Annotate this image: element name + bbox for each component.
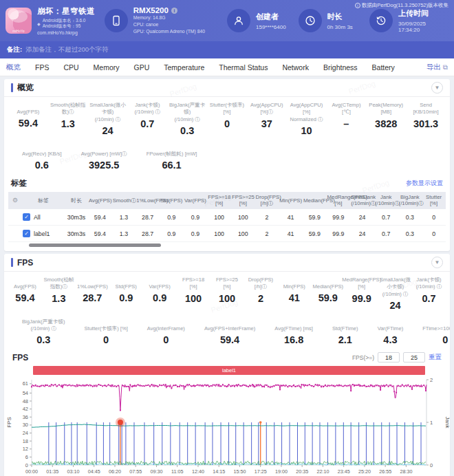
tab-battery[interactable]: Battery <box>372 63 395 72</box>
stat-label: Smooth(稳帧指数)ⓘ <box>50 102 87 116</box>
fps-threshold-label: FPS(>=) <box>352 354 374 361</box>
table-cell: 28.7 <box>136 226 160 242</box>
stat-label: Min(FPS) <box>279 277 310 290</box>
stat-label: Avg(Recv) [KB/s] <box>22 144 62 158</box>
column-header: FPS>=18 [%] <box>207 192 231 209</box>
stat-value: 3828 <box>367 118 404 129</box>
section-accent <box>11 258 13 267</box>
collapse-fps-button[interactable]: ▼ <box>431 257 443 268</box>
stat-value: 0.9 <box>144 292 175 303</box>
label1-band[interactable]: label1 <box>33 366 425 375</box>
fps-section-header: FPS ▼ <box>4 254 450 272</box>
fps-title: FPS <box>17 258 33 268</box>
game-app-icon: miHoYo <box>6 8 32 34</box>
row-checkbox[interactable]: ✓ <box>23 230 30 237</box>
tab-brightness[interactable]: Brightness <box>323 63 358 72</box>
stat-value: 100 <box>212 293 243 304</box>
stat-label: Std(FTime) <box>332 318 358 332</box>
svg-text:11:05: 11:05 <box>171 468 183 475</box>
remark-bar[interactable]: 备注: 添加备注，不超过200个字符 <box>0 41 454 58</box>
table-cell: 24 <box>350 226 374 242</box>
stat: Avg(AppCPU) [%] Normalized ⓘ10 <box>287 102 327 136</box>
stat-value: 0 <box>147 334 185 345</box>
fps-threshold-input-1[interactable] <box>378 352 400 363</box>
tab-gpu[interactable]: GPU <box>134 63 150 72</box>
stat-label: FPower(帧能耗) [mW] <box>147 144 197 158</box>
stat: Send [KB/10min]301.3 <box>406 102 446 136</box>
column-header: Smoothⓘ <box>112 192 136 209</box>
stat-label: Avg(AppCPU) [%]ⓘ <box>248 102 285 116</box>
svg-text:09:30: 09:30 <box>150 468 162 475</box>
stat: Smooth(稳帧指数)ⓘ1.3 <box>48 102 88 136</box>
tab-cpu[interactable]: CPU <box>63 63 78 72</box>
device-info-block: RMX5200 i Memory: 14.8G CPU: canoe GPU: … <box>105 6 227 35</box>
stat: Smooth(稳帧指数)ⓘ1.3 <box>42 277 76 311</box>
stat-label: Avg(CTemp)[℃] <box>328 102 365 116</box>
table-cell: 2 <box>255 209 279 226</box>
stat-value: 4.3 <box>378 334 404 345</box>
game-package: com.miHoYo.hkrpg <box>37 30 95 35</box>
stat-label: BigJank(严重卡顿) (/10min) ⓘ <box>169 102 206 123</box>
table-cell: 99.9 <box>327 209 351 226</box>
fps-line-chart[interactable]: 06121824303642485461012FPSJank00:0001:35… <box>4 376 450 476</box>
stat-label: Std(FPS) <box>111 277 142 290</box>
svg-text:Jank: Jank <box>444 417 450 429</box>
table-cell: 0.9 <box>184 209 208 226</box>
stat-value: 2 <box>245 293 276 304</box>
labels-section-header: 标签 参数显示设置 <box>4 173 450 192</box>
export-button[interactable]: 导出 ⧉ <box>426 63 448 72</box>
table-cell: 100 <box>207 209 231 226</box>
svg-text:25:20: 25:20 <box>358 468 371 475</box>
table-cell: 59.4 <box>88 209 112 226</box>
tab-memory[interactable]: Memory <box>94 63 120 72</box>
table-cell: 0.9 <box>184 226 208 242</box>
stat-label: Smooth(稳帧指数)ⓘ <box>43 277 74 291</box>
stat-value: 0.9 <box>111 292 142 303</box>
row-checkbox[interactable]: ✓ <box>23 213 30 221</box>
fps-threshold-input-2[interactable] <box>403 352 425 363</box>
tab-thermal-status[interactable]: Thermal Status <box>219 63 268 72</box>
svg-text:04:45: 04:45 <box>88 468 100 475</box>
tab-network[interactable]: Network <box>282 63 309 72</box>
stat: Avg(FTime) [ms]16.8 <box>266 318 321 346</box>
duration-value: 0h 30m 3s <box>327 24 353 30</box>
tab-概览[interactable]: 概览 <box>6 63 21 72</box>
device-gpu: GPU: Qualcomm Adreno (TM) 840 <box>133 28 205 35</box>
clock-icon <box>299 9 322 32</box>
stat-value: 24 <box>380 300 411 311</box>
table-row: ✓All30m3s59.41.328.70.90.910010024159.99… <box>8 209 446 226</box>
label1-band-text: label1 <box>222 367 236 374</box>
column-header: 标签 <box>22 192 65 209</box>
svg-text:61: 61 <box>23 381 28 387</box>
table-hscrollbar-thumb[interactable] <box>29 244 161 247</box>
game-icon-text: miHoYo <box>6 29 32 33</box>
overview-stats-row1: Avg(FPS)59.4Smooth(稳帧指数)ⓘ1.3SmallJank(微小… <box>4 97 450 139</box>
stat-value: 59.4 <box>10 118 47 129</box>
stat-value: 41 <box>279 292 310 303</box>
stat-label: Avg(FPS+InterFrame) <box>204 318 255 332</box>
param-display-settings-link[interactable]: 参数显示设置 <box>406 179 443 188</box>
stat: Min(FPS)41 <box>277 277 311 311</box>
gear-icon[interactable]: ⚙ <box>12 197 18 204</box>
stat: FPower(帧能耗) [mW]66.1 <box>138 144 206 171</box>
svg-text:0: 0 <box>430 462 433 468</box>
creator-label: 创建者 <box>256 12 286 22</box>
svg-text:2: 2 <box>430 377 433 383</box>
tab-fps[interactable]: FPS <box>35 63 49 72</box>
info-icon: i <box>355 3 360 8</box>
tab-temperature[interactable]: Temperature <box>164 63 204 72</box>
stat-value: 99.9 <box>346 293 377 304</box>
reset-button[interactable]: 重置 <box>429 353 442 362</box>
stat-value: 59.9 <box>312 292 343 303</box>
stat: Stutter(卡顿率) [%]0 <box>76 318 136 346</box>
svg-text:1: 1 <box>430 420 433 426</box>
diamond-icon: ◆ <box>37 21 41 26</box>
svg-text:54: 54 <box>23 390 28 396</box>
device-badge-icon[interactable]: i <box>171 8 177 14</box>
collapse-overview-button[interactable]: ▼ <box>431 82 443 94</box>
game-title: 崩坏：星穹铁道 <box>37 6 95 17</box>
table-row: ✓label130m3s59.41.328.70.90.910010024159… <box>8 226 446 242</box>
svg-text:19:00: 19:00 <box>275 468 288 475</box>
stat-value: 100 <box>178 293 209 304</box>
svg-text:18: 18 <box>23 438 28 444</box>
